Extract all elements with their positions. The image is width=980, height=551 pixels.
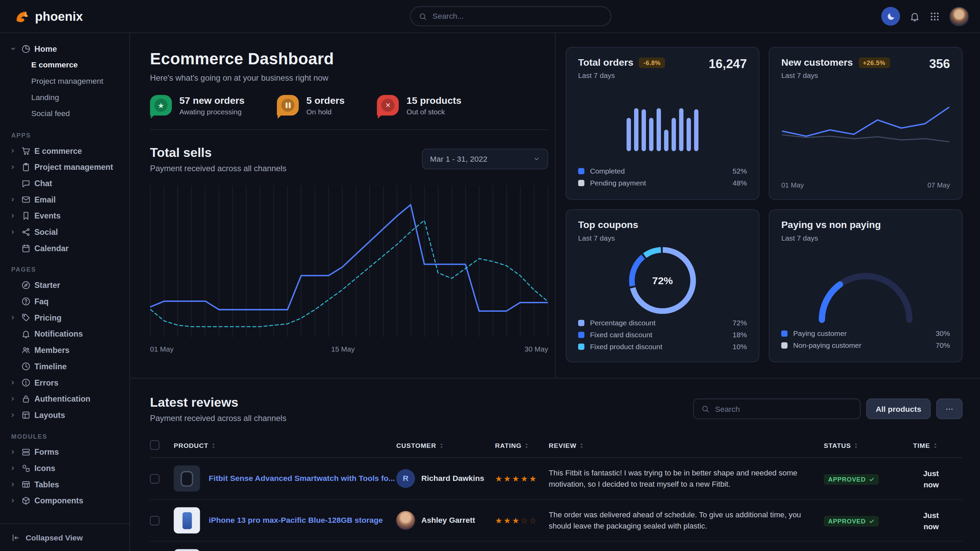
sidebar-item-calendar[interactable]: Calendar — [10, 240, 121, 256]
legend-swatch — [578, 168, 584, 174]
sidebar-item-events[interactable]: Events — [10, 207, 121, 224]
sidebar-item-social[interactable]: Social — [10, 224, 121, 240]
column-header-customer[interactable]: CUSTOMER — [396, 440, 495, 457]
caret-right-icon — [10, 380, 16, 385]
product-thumbnail[interactable] — [173, 549, 200, 551]
column-header-product[interactable]: PRODUCT — [173, 440, 396, 457]
sidebar-nav: Home E commerce Project management Landi… — [0, 33, 129, 524]
sidebar-item-starter[interactable]: Starter — [10, 277, 121, 293]
product-link[interactable]: Fitbit Sense Advanced Smartwatch with To… — [209, 474, 395, 483]
compass-icon — [21, 280, 31, 290]
sidebar-item-chat[interactable]: Chat — [10, 175, 121, 191]
sidebar-item-members[interactable]: Members — [10, 342, 121, 358]
sidebar-item-faq[interactable]: Faq — [10, 293, 121, 310]
page-title: Ecommerce Dashboard — [150, 49, 548, 69]
order-stats-row: ★ 57 new orders Awating processing 5 ord… — [150, 83, 548, 130]
sidebar-item-pricing[interactable]: Pricing — [10, 310, 121, 326]
legend-item: Non-paying customer 70% — [781, 339, 950, 351]
collapse-icon — [11, 533, 20, 542]
legend-swatch — [578, 332, 584, 338]
column-header-rating[interactable]: RATING — [495, 440, 549, 457]
sidebar-item-authentication[interactable]: Authentication — [10, 391, 121, 407]
row-checkbox[interactable] — [150, 516, 160, 525]
card-period: Last 7 days — [781, 234, 950, 241]
all-products-button[interactable]: All products — [866, 399, 931, 419]
sidebar-item-errors[interactable]: Errors — [10, 374, 121, 391]
reviews-search-input[interactable] — [715, 404, 853, 413]
product-thumbnail-smartwatch[interactable] — [173, 465, 200, 491]
sidebar-section-modules: MODULES — [11, 433, 121, 440]
sidebar-item-tables[interactable]: Tables — [10, 476, 121, 492]
caret-right-icon — [10, 148, 16, 154]
date-range-select[interactable]: Mar 1 - 31, 2022 — [422, 149, 548, 170]
sidebar-subitem-social-feed[interactable]: Social feed — [31, 105, 121, 122]
brand[interactable]: phoenix — [14, 8, 83, 24]
clipboard-icon — [21, 162, 31, 171]
chevron-down-icon — [533, 156, 540, 162]
rating-stars: ★★★☆☆ — [495, 516, 549, 525]
sidebar-subitem-project-management[interactable]: Project management — [31, 73, 121, 89]
more-options-button[interactable] — [936, 399, 963, 419]
stat-new-orders: ★ 57 new orders Awating processing — [150, 95, 245, 116]
column-header-status[interactable]: STATUS — [824, 440, 909, 457]
latest-reviews-title: Latest reviews — [150, 395, 287, 410]
sidebar-subitem-landing[interactable]: Landing — [31, 89, 121, 105]
reviews-search[interactable] — [693, 399, 861, 419]
column-header-time[interactable]: TIME — [909, 440, 963, 457]
total-orders-bar-chart — [578, 79, 747, 165]
collapsed-view-toggle[interactable]: Collapsed View — [0, 524, 129, 551]
stat-value: 15 products — [407, 95, 461, 106]
components-box-icon — [21, 495, 31, 505]
sidebar-item-home[interactable]: Home — [10, 41, 121, 57]
tag-icon — [21, 313, 31, 322]
pie-chart-icon — [21, 44, 31, 54]
legend-swatch — [578, 319, 584, 326]
customer-name: Ashley Garrett — [421, 516, 475, 525]
review-text: The order was delivered ahead of schedul… — [549, 509, 824, 532]
notifications-bell-icon[interactable] — [910, 11, 920, 21]
legend-item: Percentage discount 72% — [578, 317, 747, 329]
product-link[interactable]: iPhone 13 pro max-Pacific Blue-128GB sto… — [209, 516, 383, 525]
sidebar-item-layouts[interactable]: Layouts — [10, 407, 121, 423]
rating-stars: ★★★★★ — [495, 474, 549, 483]
stat-on-hold: 5 orders On hold — [277, 95, 345, 116]
latest-reviews-header: Latest reviews Payment received across a… — [150, 395, 963, 423]
sidebar-item-notifications[interactable]: Notifications — [10, 326, 121, 342]
user-avatar[interactable] — [949, 6, 969, 26]
caret-right-icon — [10, 465, 16, 471]
sidebar-item-timeline[interactable]: Timeline — [10, 358, 121, 374]
apps-grid-icon[interactable] — [929, 11, 940, 21]
share-icon — [21, 227, 31, 237]
sidebar-item-email[interactable]: Email — [10, 191, 121, 208]
global-search-input[interactable] — [433, 12, 602, 21]
page-subtitle: Here's what's going on at your business … — [150, 73, 548, 83]
clock-icon — [21, 361, 31, 371]
caret-right-icon — [10, 196, 16, 202]
bookmark-icon — [21, 211, 31, 220]
sidebar-item-forms[interactable]: Forms — [10, 443, 121, 460]
column-header-review[interactable]: REVIEW — [549, 440, 824, 457]
theme-toggle-button[interactable] — [881, 7, 900, 25]
chat-icon — [21, 178, 31, 188]
total-orders-badge: -6.8% — [639, 57, 665, 68]
x-label: 01 May — [150, 345, 173, 353]
caret-right-icon — [10, 229, 16, 235]
card-title: Paying vs non paying — [781, 219, 881, 230]
card-period: Last 7 days — [781, 72, 950, 79]
sidebar-item-project-management[interactable]: Project management — [10, 159, 121, 175]
global-search[interactable] — [410, 6, 611, 26]
form-icon — [21, 447, 31, 456]
table-row: Fitbit Sense Advanced Smartwatch with To… — [150, 458, 963, 500]
sidebar-item-icons[interactable]: Icons — [10, 460, 121, 476]
new-customers-line-chart — [781, 79, 950, 179]
dashboard-left-column: Ecommerce Dashboard Here's what's going … — [130, 33, 556, 378]
row-checkbox[interactable] — [150, 474, 160, 483]
card-period: Last 7 days — [578, 234, 747, 241]
sidebar-subitem-ecommerce[interactable]: E commerce — [31, 57, 121, 73]
calendar-icon — [21, 243, 31, 253]
product-thumbnail-iphone[interactable] — [173, 507, 200, 533]
sidebar-item-ecommerce[interactable]: E commerce — [10, 142, 121, 159]
legend-item: Completed 52% — [578, 165, 747, 177]
sidebar-item-components[interactable]: Components — [10, 492, 121, 508]
select-all-checkbox[interactable] — [150, 440, 160, 450]
